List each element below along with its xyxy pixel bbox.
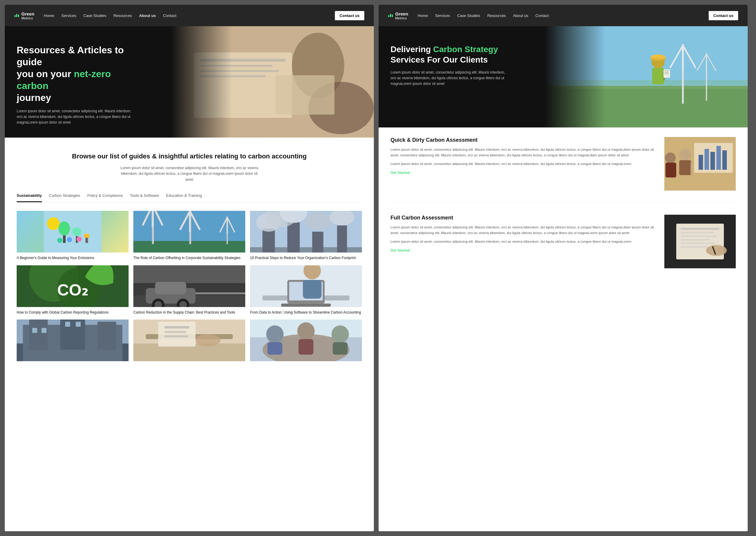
svg-point-45	[305, 212, 332, 230]
right-nav-casestudies[interactable]: Case Studies	[457, 14, 480, 18]
svg-rect-79	[65, 322, 70, 327]
svg-point-96	[331, 325, 349, 343]
service-full-cta[interactable]: Get Started	[391, 248, 410, 252]
article-card-8[interactable]	[250, 319, 362, 364]
svg-rect-3	[200, 65, 272, 67]
thumb-meeting-icon	[250, 319, 362, 361]
svg-rect-114	[663, 70, 665, 81]
left-nav-services[interactable]: Services	[61, 14, 76, 18]
tab-policy-compliance[interactable]: Policy & Compliance	[87, 190, 123, 202]
left-nav-links: Home Services Case Studies Resources Abo…	[44, 14, 325, 18]
svg-rect-84	[158, 322, 196, 347]
article-card-4[interactable]: Carbon Reduction in the Supply Chain: Be…	[133, 265, 245, 315]
article-title-5: From Data to Action: Using Software to S…	[250, 310, 362, 315]
right-logo-icon	[388, 14, 393, 17]
left-contact-button[interactable]: Contact us	[335, 11, 364, 20]
service-quick-heading: Quick & Dirty Carbon Assessment	[391, 137, 657, 143]
svg-rect-80	[76, 322, 81, 327]
left-hero-image	[171, 26, 374, 138]
svg-point-111	[651, 54, 666, 60]
svg-rect-5	[200, 75, 266, 78]
svg-rect-57	[155, 282, 186, 294]
svg-rect-78	[42, 328, 47, 333]
left-hero-body: Lorem ipsum dolor sit amet, consectetur …	[17, 108, 136, 126]
svg-rect-85	[164, 326, 189, 328]
svg-point-18	[77, 236, 81, 242]
left-logo-name: Green	[21, 11, 34, 17]
left-hero-image-bg	[171, 26, 374, 138]
svg-rect-98	[545, 26, 748, 127]
left-navbar: Green Metrics Home Services Case Studies…	[5, 5, 374, 26]
right-contact-button[interactable]: Contact us	[709, 11, 738, 20]
svg-rect-125	[716, 146, 721, 170]
svg-rect-8	[276, 75, 334, 115]
article-card-3[interactable]: CO₂ How to Comply with Global Carbon Rep…	[17, 265, 129, 315]
right-nav-aboutus[interactable]: About us	[513, 14, 528, 18]
article-card-6[interactable]	[17, 319, 129, 364]
article-thumb-0	[17, 211, 129, 252]
article-title-0: A Beginner's Guide to Measuring Your Emi…	[17, 255, 129, 260]
tab-tools-software[interactable]: Tools & Software	[130, 190, 159, 202]
right-logo: Green Metrics	[388, 11, 408, 20]
article-thumb-5	[250, 265, 362, 307]
left-nav-home[interactable]: Home	[44, 14, 54, 18]
svg-rect-74	[29, 319, 48, 350]
article-thumb-8	[250, 319, 362, 361]
svg-rect-97	[333, 343, 348, 355]
svg-point-92	[266, 325, 283, 343]
right-nav-contact[interactable]: Contact	[535, 14, 549, 18]
svg-line-108	[707, 54, 716, 71]
svg-rect-1	[194, 52, 292, 118]
tab-education-training[interactable]: Education & Training	[166, 190, 202, 202]
svg-point-88	[196, 334, 221, 347]
svg-rect-138	[681, 239, 710, 240]
right-hero-body: Lorem ipsum dolor sit amet, consectetur …	[391, 70, 510, 87]
article-thumb-1: AFFORDABLE AND CLEAN ENERGY	[133, 211, 245, 252]
article-grid: A Beginner's Guide to Measuring Your Emi…	[17, 211, 362, 364]
svg-rect-139	[681, 243, 715, 244]
article-title-3: How to Comply with Global Carbon Reporti…	[17, 310, 129, 315]
svg-rect-118	[664, 74, 669, 74]
right-nav-resources[interactable]: Resources	[487, 14, 506, 18]
svg-rect-128	[679, 160, 691, 175]
left-panel: Green Metrics Home Services Case Studies…	[5, 5, 374, 531]
left-nav-resources[interactable]: Resources	[113, 14, 132, 18]
service-quick-body1: Lorem ipsum dolor sit amet, consectetur …	[391, 147, 657, 158]
thumb-desk-icon	[133, 319, 245, 361]
svg-rect-102	[682, 44, 684, 104]
right-nav-home[interactable]: Home	[418, 14, 428, 18]
article-card-0[interactable]: A Beginner's Guide to Measuring Your Emi…	[17, 211, 129, 260]
left-nav-contact[interactable]: Contact	[163, 14, 176, 18]
article-card-1[interactable]: AFFORDABLE AND CLEAN ENERGY The Role of …	[133, 211, 245, 260]
svg-rect-38	[263, 228, 275, 252]
svg-rect-124	[710, 152, 715, 170]
right-hero-image	[545, 26, 748, 127]
article-card-5[interactable]: From Data to Action: Using Software to S…	[250, 265, 362, 315]
svg-rect-113	[652, 68, 664, 84]
svg-rect-95	[299, 339, 313, 355]
svg-rect-131	[666, 163, 676, 178]
right-hero-text: Delivering Carbon Strategy Services For …	[391, 44, 510, 87]
article-card-7[interactable]	[133, 319, 245, 364]
left-nav-aboutus[interactable]: About us	[139, 14, 156, 18]
svg-rect-39	[287, 222, 300, 252]
right-nav-links: Home Services Case Studies Resources Abo…	[418, 14, 699, 18]
right-logo-name2: Metrics	[395, 17, 408, 20]
svg-rect-117	[664, 72, 669, 73]
tab-carbon-strategies[interactable]: Carbon Strategies	[49, 190, 80, 202]
svg-rect-87	[164, 336, 188, 337]
right-nav-services[interactable]: Services	[435, 14, 450, 18]
right-hero-image-bg	[545, 26, 748, 127]
thumb-car-icon	[133, 265, 245, 307]
left-content: Browse our list of guides & insightful a…	[5, 138, 374, 531]
svg-rect-106	[706, 53, 707, 101]
left-logo-icon	[14, 14, 19, 17]
left-nav-casestudies[interactable]: Case Studies	[83, 14, 106, 18]
tab-sustainability[interactable]: Sustainability	[17, 190, 42, 202]
thumb-factory-icon	[17, 319, 129, 361]
service-quick-cta[interactable]: Get Started	[391, 171, 410, 175]
svg-rect-99	[545, 86, 748, 127]
service-full: Full Carbon Assessment Lorem ipsum dolor…	[391, 215, 736, 280]
article-card-2[interactable]: 10 Practical Steps to Reduce Your Organi…	[250, 211, 362, 260]
svg-rect-41	[337, 225, 347, 252]
